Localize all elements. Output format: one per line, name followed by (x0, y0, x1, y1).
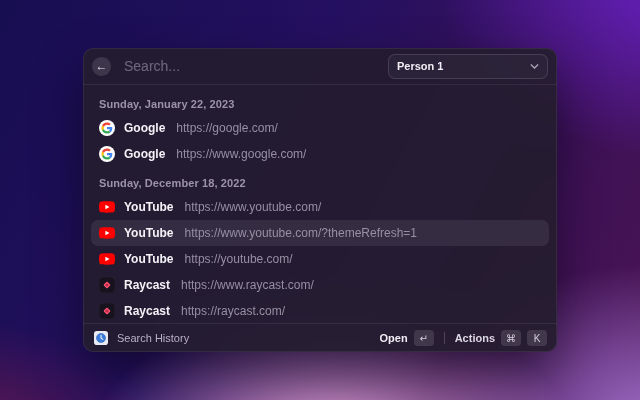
site-url: https://www.raycast.com/ (181, 278, 314, 292)
youtube-icon (99, 251, 115, 267)
raycast-icon (99, 277, 115, 293)
history-row[interactable]: YouTubehttps://www.youtube.com/?themeRef… (91, 220, 549, 246)
footer-actions: Open ↵ Actions ⌘ K (380, 330, 547, 346)
site-name: Google (124, 121, 165, 135)
site-name: YouTube (124, 200, 174, 214)
search-input[interactable] (122, 57, 388, 75)
search-history-window: ← Person 1 Sunday, January 22, 2023Googl… (83, 48, 557, 352)
history-row[interactable]: Raycasthttps://raycast.com/ (91, 298, 549, 323)
site-name: YouTube (124, 226, 174, 240)
site-name: Raycast (124, 278, 170, 292)
site-url: https://www.youtube.com/ (185, 200, 322, 214)
back-arrow-icon: ← (96, 60, 108, 72)
footer: Search History Open ↵ Actions ⌘ K (83, 323, 557, 352)
site-url: https://www.youtube.com/?themeRefresh=1 (185, 226, 417, 240)
section-header: Sunday, December 18, 2022 (91, 167, 549, 194)
history-row[interactable]: YouTubehttps://www.youtube.com/ (91, 194, 549, 220)
site-url: https://raycast.com/ (181, 304, 285, 318)
footer-app-name: Search History (117, 332, 189, 344)
actions-action[interactable]: Actions ⌘ K (455, 330, 547, 346)
k-key-icon: K (527, 330, 547, 346)
chevron-down-icon (530, 62, 539, 71)
site-url: https://youtube.com/ (185, 252, 293, 266)
site-url: https://google.com/ (176, 121, 277, 135)
site-name: Google (124, 147, 165, 161)
history-row[interactable]: Googlehttps://google.com/ (91, 115, 549, 141)
footer-divider (444, 332, 445, 344)
topbar: ← Person 1 (83, 48, 557, 85)
search-history-app-icon (93, 330, 109, 346)
google-icon (99, 146, 115, 162)
history-list: Sunday, January 22, 2023Googlehttps://go… (83, 85, 557, 323)
open-action[interactable]: Open ↵ (380, 330, 434, 346)
back-button[interactable]: ← (92, 57, 111, 76)
history-row[interactable]: YouTubehttps://youtube.com/ (91, 246, 549, 272)
youtube-icon (99, 199, 115, 215)
history-row[interactable]: Googlehttps://www.google.com/ (91, 141, 549, 167)
site-url: https://www.google.com/ (176, 147, 306, 161)
actions-label: Actions (455, 332, 495, 344)
raycast-icon (99, 303, 115, 319)
return-key-icon: ↵ (414, 330, 434, 346)
person-dropdown[interactable]: Person 1 (388, 54, 548, 79)
person-dropdown-value: Person 1 (397, 60, 443, 72)
youtube-icon (99, 225, 115, 241)
history-row[interactable]: Raycasthttps://www.raycast.com/ (91, 272, 549, 298)
section-header: Sunday, January 22, 2023 (91, 88, 549, 115)
site-name: YouTube (124, 252, 174, 266)
footer-app: Search History (93, 330, 380, 346)
google-icon (99, 120, 115, 136)
open-label: Open (380, 332, 408, 344)
site-name: Raycast (124, 304, 170, 318)
command-key-icon: ⌘ (501, 330, 521, 346)
